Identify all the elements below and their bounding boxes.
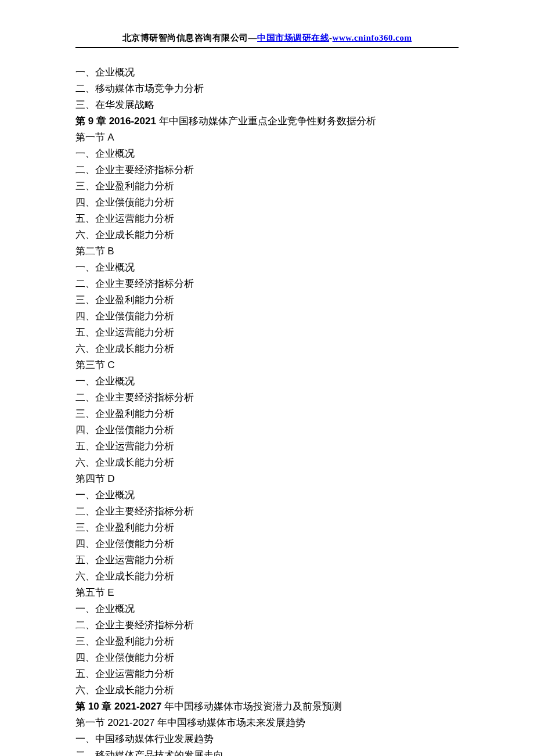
section-title-letter: A [107, 132, 114, 143]
toc-line: 三、企业盈利能力分析 [75, 292, 459, 308]
section-title-zh: 第四节 [75, 473, 107, 484]
page-header: 北京博研智尚信息咨询有限公司—中国市场调研在线-www.cninfo360.co… [75, 33, 459, 48]
toc-line: 二、移动媒体产品技术的发展走向 [75, 747, 459, 756]
chapter-10-heading: 第 10 章 2021-2027 年中国移动媒体市场投资潜力及前景预测 [75, 699, 459, 715]
header-link-site-name[interactable]: 中国市场调研在线 [257, 33, 329, 42]
toc-line: 六、企业成长能力分析 [75, 568, 459, 585]
chapter-10-prefix: 第 [75, 701, 85, 712]
toc-line: 四、企业偿债能力分析 [75, 195, 459, 211]
toc-line: 二、企业主要经济指标分析 [75, 617, 459, 633]
header-company: 北京博研智尚信息咨询有限公司— [122, 33, 258, 42]
toc-line: 五、企业运营能力分析 [75, 438, 459, 455]
chapter-9-prefix: 第 [75, 116, 85, 127]
toc-line: 二、企业主要经济指标分析 [75, 162, 459, 178]
inline-number: 2021-2027 [107, 717, 154, 728]
toc-line: 一、中国移动媒体行业发展趋势 [75, 731, 459, 747]
chapter-10-number: 10 [85, 701, 102, 712]
toc-line: 三、企业盈利能力分析 [75, 406, 459, 422]
section-title: 第一节 A [75, 129, 459, 146]
header-link-url[interactable]: www.cninfo360.com [333, 33, 412, 42]
toc-line: 六、企业成长能力分析 [75, 455, 459, 471]
toc-line: 一、企业概况 [75, 64, 459, 81]
toc-line: 五、企业运营能力分析 [75, 211, 459, 227]
toc-line: 六、企业成长能力分析 [75, 682, 459, 699]
section-title-letter: B [107, 246, 114, 257]
toc-line: 一、企业概况 [75, 601, 459, 617]
chapter-9-title-rest: 年中国移动媒体产业重点企业竞争性财务数据分析 [159, 116, 376, 127]
toc-line: 六、企业成长能力分析 [75, 341, 459, 357]
section-title: 第四节 D [75, 471, 459, 487]
toc-line: 四、企业偿债能力分析 [75, 308, 459, 325]
chapter-10-years: 2021-2027 [111, 701, 161, 712]
toc-line: 六、企业成长能力分析 [75, 227, 459, 243]
document-body: 一、企业概况 二、移动媒体市场竞争力分析 三、在华发展战略 第 9 章 2016… [75, 64, 459, 756]
section-title-letter: C [107, 359, 114, 370]
section-title: 第三节 C [75, 357, 459, 373]
toc-line: 四、企业偿债能力分析 [75, 422, 459, 438]
document-page: 北京博研智尚信息咨询有限公司—中国市场调研在线-www.cninfo360.co… [0, 0, 534, 756]
chapter-10-suffix-strong: 章 2021-2027 [102, 701, 161, 712]
chapter-9-suffix-strong: 章 2016-2021 [96, 116, 159, 127]
toc-line: 五、企业运营能力分析 [75, 325, 459, 341]
toc-line: 二、企业主要经济指标分析 [75, 390, 459, 406]
section-title: 第五节 E [75, 585, 459, 601]
toc-line: 一、企业概况 [75, 373, 459, 390]
chapter-9-number: 9 [85, 116, 96, 127]
section-title: 第一节 2021-2027 年中国移动媒体市场未来发展趋势 [75, 715, 459, 731]
toc-line: 二、企业主要经济指标分析 [75, 276, 459, 292]
toc-line: 五、企业运营能力分析 [75, 552, 459, 568]
section-title-letter: D [107, 473, 114, 484]
section-title: 第二节 B [75, 243, 459, 260]
toc-line: 三、在华发展战略 [75, 97, 459, 113]
toc-line: 一、企业概况 [75, 146, 459, 162]
toc-line: 四、企业偿债能力分析 [75, 536, 459, 552]
section-title-zh: 第二节 [75, 246, 107, 257]
section-title-zh: 第五节 [75, 587, 107, 598]
toc-line: 三、企业盈利能力分析 [75, 633, 459, 650]
toc-line: 三、企业盈利能力分析 [75, 520, 459, 536]
toc-line: 一、企业概况 [75, 260, 459, 276]
chapter-9-years: 2016-2021 [106, 116, 159, 127]
section-title-zh: 第一节 [75, 132, 107, 143]
toc-line: 二、企业主要经济指标分析 [75, 503, 459, 520]
toc-line: 一、企业概况 [75, 487, 459, 503]
toc-line: 五、企业运营能力分析 [75, 666, 459, 682]
toc-line: 三、企业盈利能力分析 [75, 178, 459, 195]
toc-line: 四、企业偿债能力分析 [75, 650, 459, 666]
chapter-9-heading: 第 9 章 2016-2021 年中国移动媒体产业重点企业竞争性财务数据分析 [75, 113, 459, 129]
chapter-10-title-rest: 年中国移动媒体市场投资潜力及前景预测 [161, 701, 341, 712]
section-title-letter: E [107, 587, 114, 598]
section-title-zh: 第三节 [75, 359, 107, 370]
toc-line: 二、移动媒体市场竞争力分析 [75, 81, 459, 97]
